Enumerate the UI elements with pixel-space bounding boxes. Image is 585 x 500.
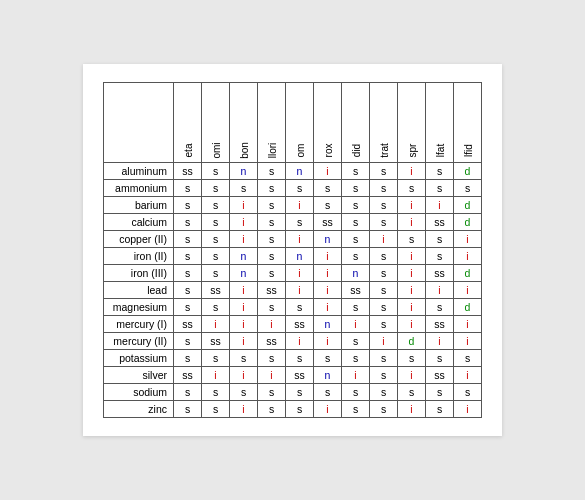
- cell: s: [286, 214, 314, 231]
- cell: i: [314, 401, 342, 418]
- cell: i: [258, 316, 286, 333]
- cell: s: [202, 197, 230, 214]
- cell: s: [314, 180, 342, 197]
- cell: s: [258, 299, 286, 316]
- cell: s: [258, 350, 286, 367]
- col-header-rox: rox: [314, 83, 342, 163]
- cell: s: [398, 350, 426, 367]
- cell: i: [454, 367, 482, 384]
- row-label: ammonium: [104, 180, 174, 197]
- cell: ss: [174, 316, 202, 333]
- cell: s: [286, 299, 314, 316]
- cell: s: [174, 299, 202, 316]
- cell: s: [258, 401, 286, 418]
- cell: s: [370, 401, 398, 418]
- cell: n: [230, 248, 258, 265]
- cell: d: [454, 299, 482, 316]
- cell: i: [286, 282, 314, 299]
- cell: s: [202, 401, 230, 418]
- cell: s: [342, 299, 370, 316]
- cell: s: [202, 299, 230, 316]
- cell: s: [454, 384, 482, 401]
- cell: s: [370, 163, 398, 180]
- cell: s: [174, 384, 202, 401]
- cell: s: [174, 401, 202, 418]
- cell: s: [174, 350, 202, 367]
- corner-cell: [104, 83, 174, 163]
- cell: s: [398, 180, 426, 197]
- cell: ss: [202, 333, 230, 350]
- cell: ss: [258, 282, 286, 299]
- cell: ss: [426, 214, 454, 231]
- cell: s: [370, 214, 398, 231]
- col-header-llori: llori: [258, 83, 286, 163]
- cell: s: [258, 248, 286, 265]
- table-row: leadsssissiisssiii: [104, 282, 482, 299]
- cell: s: [342, 231, 370, 248]
- row-label: iron (III): [104, 265, 174, 282]
- cell: n: [286, 248, 314, 265]
- cell: s: [426, 350, 454, 367]
- cell: s: [174, 231, 202, 248]
- cell: i: [398, 163, 426, 180]
- cell: i: [454, 231, 482, 248]
- cell: i: [286, 197, 314, 214]
- cell: s: [342, 401, 370, 418]
- cell: s: [258, 163, 286, 180]
- cell: i: [202, 316, 230, 333]
- cell: s: [426, 231, 454, 248]
- cell: ss: [314, 214, 342, 231]
- cell: s: [174, 248, 202, 265]
- cell: n: [230, 163, 258, 180]
- cell: ss: [286, 316, 314, 333]
- cell: i: [454, 282, 482, 299]
- cell: i: [426, 197, 454, 214]
- cell: s: [258, 214, 286, 231]
- cell: s: [258, 265, 286, 282]
- cell: s: [258, 231, 286, 248]
- cell: i: [314, 282, 342, 299]
- cell: s: [230, 384, 258, 401]
- cell: d: [454, 163, 482, 180]
- cell: i: [230, 299, 258, 316]
- cell: ss: [426, 265, 454, 282]
- cell: i: [398, 248, 426, 265]
- col-header-lfid: lfid: [454, 83, 482, 163]
- cell: i: [426, 333, 454, 350]
- cell: i: [286, 333, 314, 350]
- cell: s: [230, 180, 258, 197]
- row-label: mercury (II): [104, 333, 174, 350]
- cell: i: [258, 367, 286, 384]
- table-row: aluminumsssnsnissisd: [104, 163, 482, 180]
- cell: i: [314, 333, 342, 350]
- cell: d: [454, 214, 482, 231]
- cell: ss: [174, 163, 202, 180]
- cell: s: [174, 265, 202, 282]
- row-label: iron (II): [104, 248, 174, 265]
- cell: i: [202, 367, 230, 384]
- cell: s: [342, 197, 370, 214]
- cell: s: [370, 299, 398, 316]
- cell: s: [398, 231, 426, 248]
- cell: n: [342, 265, 370, 282]
- cell: s: [342, 384, 370, 401]
- cell: s: [370, 367, 398, 384]
- cell: s: [454, 180, 482, 197]
- row-label: mercury (I): [104, 316, 174, 333]
- cell: s: [426, 384, 454, 401]
- cell: d: [454, 265, 482, 282]
- cell: s: [174, 282, 202, 299]
- cell: i: [398, 401, 426, 418]
- cell: s: [258, 197, 286, 214]
- cell: s: [426, 299, 454, 316]
- cell: s: [286, 401, 314, 418]
- cell: s: [286, 180, 314, 197]
- cell: d: [398, 333, 426, 350]
- cell: s: [370, 282, 398, 299]
- cell: n: [286, 163, 314, 180]
- cell: s: [370, 350, 398, 367]
- cell: s: [174, 180, 202, 197]
- cell: s: [426, 163, 454, 180]
- col-header-lfat: lfat: [426, 83, 454, 163]
- cell: d: [454, 197, 482, 214]
